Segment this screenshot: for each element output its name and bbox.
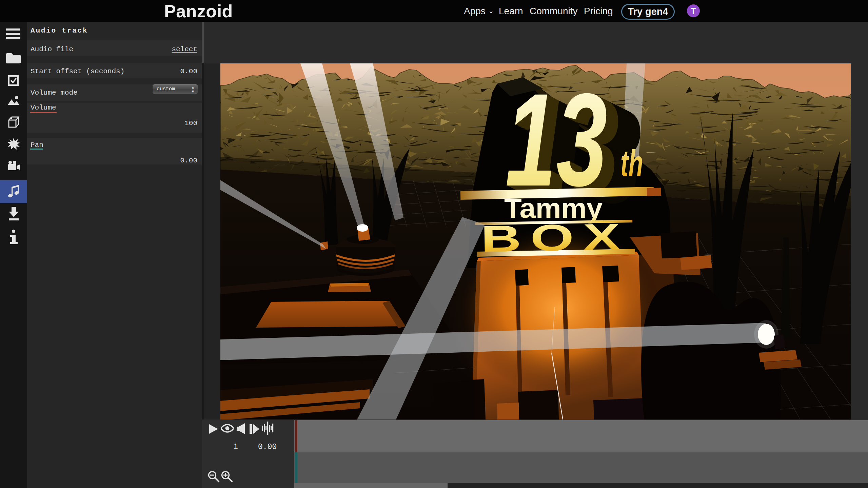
svg-text:BOX: BOX (480, 215, 630, 260)
svg-text:th: th (620, 142, 643, 184)
